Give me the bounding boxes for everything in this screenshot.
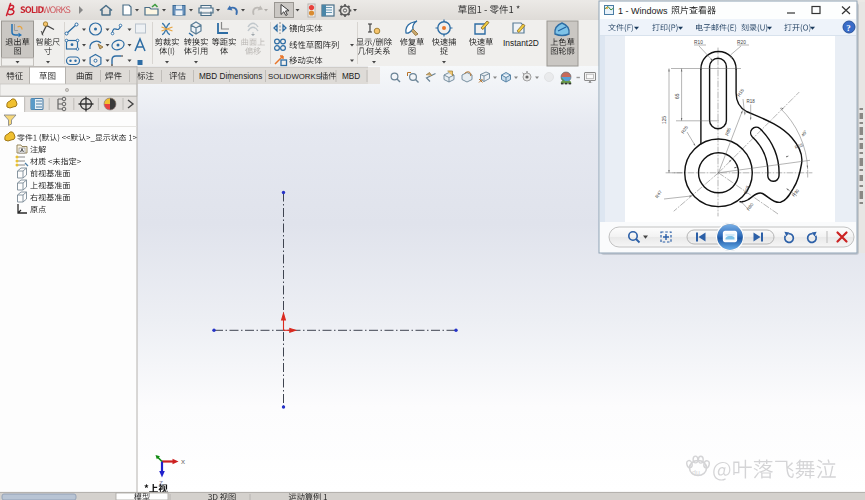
- svg-text:MBD Dimensions: MBD Dimensions: [199, 72, 262, 81]
- svg-text:R10: R10: [694, 40, 703, 45]
- svg-text:R18: R18: [747, 99, 756, 104]
- svg-text:1 - Windows: 1 - Windows: [618, 6, 668, 16]
- svg-text:du: du: [692, 469, 700, 476]
- svg-text:MBD: MBD: [342, 72, 360, 81]
- svg-text:R20: R20: [737, 40, 746, 45]
- svg-text:?: ?: [846, 23, 851, 33]
- svg-text:Instant2D: Instant2D: [503, 38, 539, 48]
- svg-text:125: 125: [662, 116, 667, 124]
- svg-text:x: x: [181, 457, 185, 466]
- svg-text:65: 65: [675, 93, 680, 99]
- svg-text:SOLIDWORKS: SOLIDWORKS: [268, 72, 321, 81]
